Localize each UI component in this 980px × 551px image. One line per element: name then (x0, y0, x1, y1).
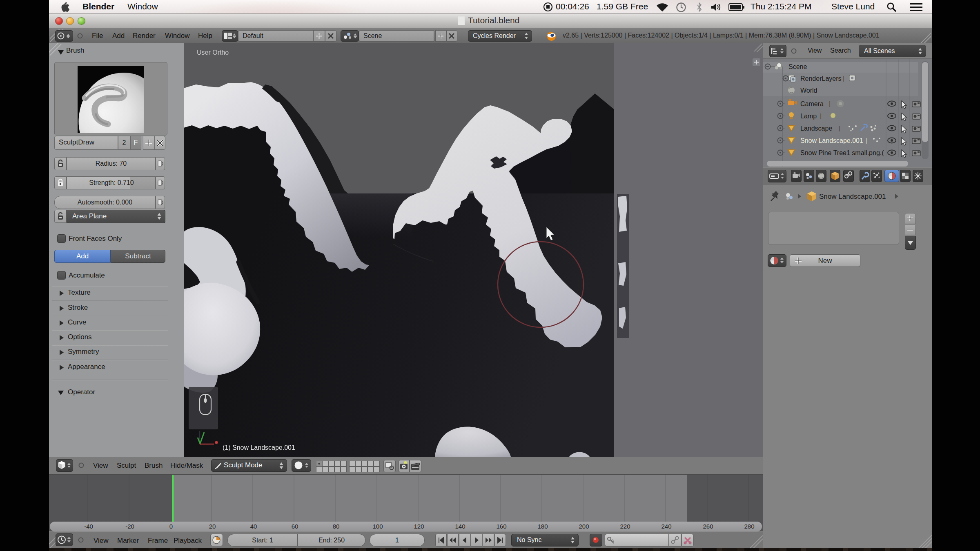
svg-text:Camera: Camera (800, 100, 824, 107)
svg-text:Lamp: Lamp (800, 113, 817, 120)
svg-text:World: World (800, 87, 817, 94)
svg-text:|: | (820, 112, 822, 119)
svg-text:|: | (829, 100, 831, 107)
svg-text:|: | (866, 137, 867, 144)
svg-text:Snow Pine Tree1 small.png.(: Snow Pine Tree1 small.png.( (800, 149, 884, 156)
svg-text:|: | (839, 124, 840, 131)
svg-text:User Ortho: User Ortho (197, 49, 229, 56)
svg-text:|: | (843, 75, 844, 82)
svg-text:RenderLayers: RenderLayers (800, 75, 842, 82)
svg-text:Landscape: Landscape (800, 125, 832, 132)
svg-text:Scene: Scene (788, 63, 807, 70)
svg-text:Snow Landscape.001: Snow Landscape.001 (800, 137, 863, 144)
svg-text:(1) Snow Landscape.001: (1) Snow Landscape.001 (223, 444, 295, 451)
